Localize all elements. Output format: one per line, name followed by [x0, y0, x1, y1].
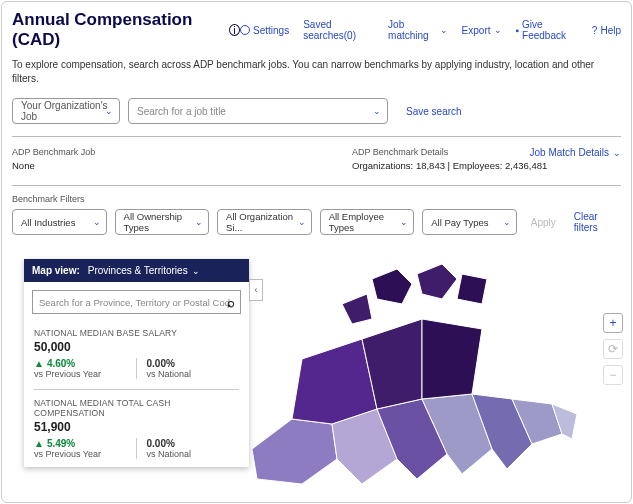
adp-job-value: None: [12, 160, 352, 171]
map-view-select[interactable]: Provinces & Territories⌄: [88, 265, 200, 276]
filters-row: All Industries⌄ All Ownership Types⌄ All…: [12, 209, 621, 235]
give-feedback-link[interactable]: ▪Give Feedback: [516, 19, 578, 41]
apply-button: Apply: [531, 217, 556, 228]
chevron-down-icon: ⌄: [440, 25, 448, 35]
info-icon[interactable]: i: [229, 24, 240, 36]
chevron-down-icon: ⌄: [400, 217, 408, 227]
chevron-down-icon: ⌄: [494, 25, 502, 35]
sub-nat: vs National: [147, 369, 240, 379]
map-area: Map view: Provinces & Territories⌄ Searc…: [2, 259, 631, 499]
top-nav: Settings Saved searches(0) Job matching⌄…: [240, 19, 621, 41]
chevron-down-icon: ⌄: [105, 106, 113, 116]
chevron-down-icon: ⌄: [613, 148, 621, 158]
saved-searches-link[interactable]: Saved searches(0): [303, 19, 374, 41]
map-panel-header: Map view: Provinces & Territories⌄: [24, 259, 249, 282]
adp-details-value: Organizations: 18,843 | Employees: 2,436…: [352, 160, 621, 171]
title-text: Annual Compensation (CAD): [12, 10, 225, 50]
filter-pay[interactable]: All Pay Types⌄: [422, 209, 517, 235]
divider: [34, 389, 239, 390]
gear-icon: [240, 25, 250, 35]
filter-industries[interactable]: All Industries⌄: [12, 209, 107, 235]
collapse-panel-button[interactable]: ‹: [249, 279, 263, 301]
stat-label: NATIONAL MEDIAN BASE SALARY: [34, 328, 239, 338]
filter-ownership[interactable]: All Ownership Types⌄: [115, 209, 210, 235]
zoom-out-button[interactable]: −: [603, 365, 623, 385]
job-match-details-link[interactable]: Job Match Details⌄: [530, 147, 621, 158]
filter-orgsize[interactable]: All Organization Si...⌄: [217, 209, 312, 235]
map-search-input[interactable]: Search for a Province, Territory or Post…: [32, 290, 241, 314]
map-view-label: Map view:: [32, 265, 80, 276]
reset-button[interactable]: ⟳: [603, 339, 623, 359]
pct-prev: ▲4.60%: [34, 358, 136, 369]
stat-total-cash: NATIONAL MEDIAN TOTAL CASH COMPENSATION …: [24, 392, 249, 467]
pct-nat: 0.00%: [147, 438, 240, 449]
save-search-link[interactable]: Save search: [406, 106, 462, 117]
pct-prev: ▲5.49%: [34, 438, 136, 449]
chevron-down-icon: ⌄: [192, 266, 200, 276]
help-link[interactable]: ?Help: [592, 25, 621, 36]
chevron-down-icon: ⌄: [503, 217, 511, 227]
export-link[interactable]: Export⌄: [462, 25, 502, 36]
comment-icon: ▪: [516, 25, 520, 36]
search-row: Your Organization's Job ⌄ Search for a j…: [2, 96, 631, 136]
search-icon: ⌕: [227, 295, 235, 310]
filters-label: Benchmark Filters: [12, 194, 621, 204]
job-matching-link[interactable]: Job matching⌄: [388, 19, 448, 41]
help-icon: ?: [592, 25, 598, 36]
org-job-select[interactable]: Your Organization's Job ⌄: [12, 98, 120, 124]
chevron-down-icon: ⌄: [298, 217, 306, 227]
benchmark-details-row: ADP Benchmark Job None ADP Benchmark Det…: [2, 137, 631, 185]
arrow-up-icon: ▲: [34, 438, 44, 449]
sub-nat: vs National: [147, 449, 240, 459]
stat-value: 51,900: [34, 420, 239, 434]
zoom-in-button[interactable]: +: [603, 313, 623, 333]
adp-job-label: ADP Benchmark Job: [12, 147, 352, 157]
map-controls: + ⟳ −: [603, 313, 623, 385]
job-title-input[interactable]: Search for a job title ⌄: [128, 98, 388, 124]
filter-employee[interactable]: All Employee Types⌄: [320, 209, 415, 235]
chevron-down-icon: ⌄: [373, 106, 381, 116]
clear-filters-link[interactable]: Clear filters: [574, 211, 621, 233]
intro-text: To explore compensation, search across A…: [2, 54, 631, 96]
arrow-up-icon: ▲: [34, 358, 44, 369]
page-title: Annual Compensation (CAD) i: [12, 10, 240, 50]
stat-value: 50,000: [34, 340, 239, 354]
stat-base-salary: NATIONAL MEDIAN BASE SALARY 50,000 ▲4.60…: [24, 322, 249, 387]
map-panel: Map view: Provinces & Territories⌄ Searc…: [24, 259, 249, 467]
sub-prev: vs Previous Year: [34, 369, 136, 379]
settings-link[interactable]: Settings: [240, 25, 289, 36]
stat-label: NATIONAL MEDIAN TOTAL CASH COMPENSATION: [34, 398, 239, 418]
chevron-down-icon: ⌄: [93, 217, 101, 227]
pct-nat: 0.00%: [147, 358, 240, 369]
sub-prev: vs Previous Year: [34, 449, 136, 459]
chevron-down-icon: ⌄: [195, 217, 203, 227]
